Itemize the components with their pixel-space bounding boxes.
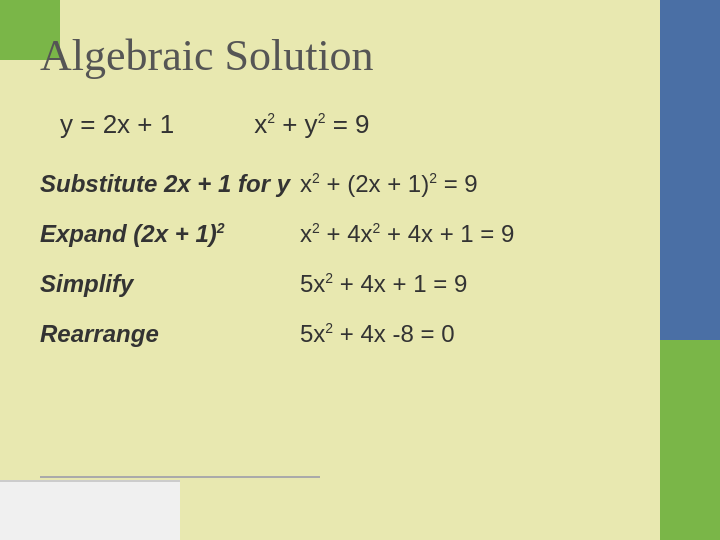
step-expand: Expand (2x + 1)2 x2 + 4x2 + 4x + 1 = 9 — [40, 220, 620, 248]
step-rearrange: Rearrange 5x2 + 4x -8 = 0 — [40, 320, 620, 348]
equations-row: y = 2x + 1 x2 + y2 = 9 — [40, 109, 620, 140]
corner-bottom-right — [660, 340, 720, 540]
step-rearrange-label: Rearrange — [40, 320, 300, 348]
step-simplify: Simplify 5x2 + 4x + 1 = 9 — [40, 270, 620, 298]
step-expand-label: Expand (2x + 1)2 — [40, 220, 300, 248]
divider-line — [40, 476, 320, 478]
step-expand-equation: x2 + 4x2 + 4x + 1 = 9 — [300, 220, 514, 248]
eq2-text: x2 + y2 = 9 — [254, 109, 369, 139]
step-simplify-label: Simplify — [40, 270, 300, 298]
step-simplify-equation: 5x2 + 4x + 1 = 9 — [300, 270, 467, 298]
step-substitute-equation: x2 + (2x + 1)2 = 9 — [300, 170, 478, 198]
slide-title: Algebraic Solution — [40, 30, 620, 81]
step-rearrange-equation: 5x2 + 4x -8 = 0 — [300, 320, 455, 348]
eq1-text: y = 2x + 1 — [60, 109, 174, 139]
slide-container: Algebraic Solution y = 2x + 1 x2 + y2 = … — [0, 0, 720, 540]
equation-1: y = 2x + 1 — [60, 109, 174, 140]
main-content: Algebraic Solution y = 2x + 1 x2 + y2 = … — [0, 0, 660, 540]
step-substitute: Substitute 2x + 1 for y x2 + (2x + 1)2 =… — [40, 170, 620, 198]
equation-2: x2 + y2 = 9 — [254, 109, 369, 140]
step-substitute-label: Substitute 2x + 1 for y — [40, 170, 300, 198]
